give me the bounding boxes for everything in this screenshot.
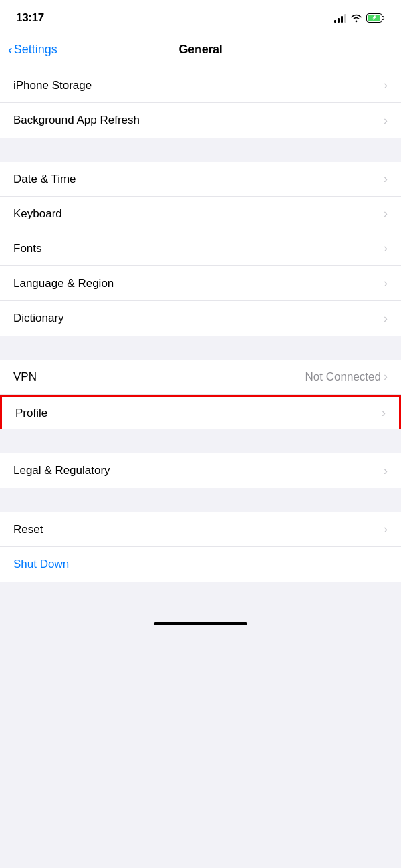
chevron-icon: › bbox=[384, 276, 388, 290]
reset-right: › bbox=[384, 522, 388, 536]
background-app-refresh-row[interactable]: Background App Refresh › bbox=[0, 103, 401, 138]
battery-icon bbox=[366, 13, 385, 23]
fonts-row[interactable]: Fonts › bbox=[0, 231, 401, 266]
chevron-icon: › bbox=[384, 207, 388, 221]
chevron-icon: › bbox=[384, 522, 388, 536]
profile-label: Profile bbox=[15, 407, 47, 420]
date-time-row[interactable]: Date & Time › bbox=[0, 162, 401, 197]
vpn-row[interactable]: VPN Not Connected › bbox=[0, 360, 401, 395]
vpn-value: Not Connected bbox=[305, 370, 381, 384]
legal-regulatory-row[interactable]: Legal & Regulatory › bbox=[0, 453, 401, 488]
wifi-icon bbox=[350, 13, 362, 23]
divider-5 bbox=[0, 582, 401, 609]
fonts-right: › bbox=[384, 241, 388, 255]
status-icons bbox=[334, 13, 385, 23]
divider-4 bbox=[0, 488, 401, 512]
shut-down-label: Shut Down bbox=[13, 558, 69, 571]
fonts-label: Fonts bbox=[13, 242, 42, 255]
status-time: 13:17 bbox=[16, 11, 44, 25]
background-app-refresh-right: › bbox=[384, 114, 388, 128]
back-label: Settings bbox=[14, 43, 57, 57]
divider-3 bbox=[0, 429, 401, 453]
iphone-storage-row[interactable]: iPhone Storage › bbox=[0, 68, 401, 103]
keyboard-right: › bbox=[384, 207, 388, 221]
divider-1 bbox=[0, 138, 401, 162]
section-legal: Legal & Regulatory › bbox=[0, 453, 401, 488]
home-indicator bbox=[0, 609, 401, 632]
language-region-right: › bbox=[384, 276, 388, 290]
chevron-icon: › bbox=[384, 241, 388, 255]
vpn-label: VPN bbox=[13, 370, 37, 384]
signal-icon bbox=[334, 13, 346, 23]
dictionary-row[interactable]: Dictionary › bbox=[0, 301, 401, 336]
chevron-icon: › bbox=[384, 172, 388, 186]
dictionary-right: › bbox=[384, 312, 388, 326]
legal-regulatory-right: › bbox=[384, 464, 388, 478]
section-vpn: VPN Not Connected › Profile › bbox=[0, 360, 401, 429]
back-button[interactable]: ‹ Settings bbox=[8, 42, 57, 58]
iphone-storage-right: › bbox=[384, 78, 388, 92]
language-region-row[interactable]: Language & Region › bbox=[0, 266, 401, 301]
date-time-right: › bbox=[384, 172, 388, 186]
page-title: General bbox=[179, 43, 223, 57]
keyboard-row[interactable]: Keyboard › bbox=[0, 197, 401, 231]
chevron-icon: › bbox=[382, 406, 386, 420]
section-datetime: Date & Time › Keyboard › Fonts › Languag… bbox=[0, 162, 401, 336]
status-bar: 13:17 bbox=[0, 0, 401, 33]
chevron-icon: › bbox=[384, 464, 388, 478]
chevron-icon: › bbox=[384, 114, 388, 128]
language-region-label: Language & Region bbox=[13, 277, 114, 290]
home-bar bbox=[154, 622, 247, 625]
chevron-icon: › bbox=[384, 370, 388, 384]
chevron-icon: › bbox=[384, 78, 388, 92]
section-storage-refresh: iPhone Storage › Background App Refresh … bbox=[0, 68, 401, 138]
shut-down-row[interactable]: Shut Down bbox=[0, 547, 401, 582]
iphone-storage-label: iPhone Storage bbox=[13, 79, 92, 92]
dictionary-label: Dictionary bbox=[13, 312, 64, 325]
section-reset: Reset › Shut Down bbox=[0, 512, 401, 582]
divider-2 bbox=[0, 336, 401, 360]
profile-row[interactable]: Profile › bbox=[0, 395, 401, 429]
chevron-icon: › bbox=[384, 312, 388, 326]
background-app-refresh-label: Background App Refresh bbox=[13, 114, 140, 127]
profile-right: › bbox=[382, 406, 386, 420]
reset-label: Reset bbox=[13, 523, 43, 536]
reset-row[interactable]: Reset › bbox=[0, 512, 401, 547]
keyboard-label: Keyboard bbox=[13, 207, 62, 221]
legal-regulatory-label: Legal & Regulatory bbox=[13, 464, 110, 477]
date-time-label: Date & Time bbox=[13, 173, 76, 186]
nav-bar: ‹ Settings General bbox=[0, 33, 401, 68]
back-chevron-icon: ‹ bbox=[8, 42, 13, 58]
vpn-right: Not Connected › bbox=[305, 370, 388, 384]
